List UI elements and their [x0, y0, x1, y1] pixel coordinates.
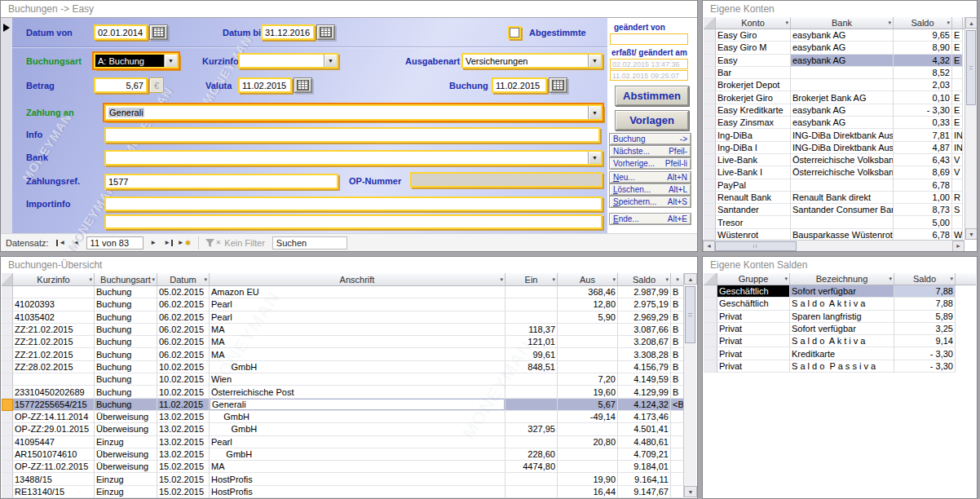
- cell-gruppe[interactable]: Privat: [717, 360, 790, 373]
- cell-aus[interactable]: [558, 348, 618, 360]
- table-row[interactable]: PayPal6,78: [704, 179, 964, 192]
- cell-kurzinfo[interactable]: OP-ZZ:14.11.2014: [13, 411, 95, 423]
- table-row[interactable]: Buchung10.02.2015Wien7,204.149,59B: [2, 373, 683, 386]
- cell-saldo[interactable]: 0,10: [894, 91, 952, 104]
- cell-kurzinfo[interactable]: [13, 286, 95, 298]
- column-header-bank[interactable]: Bank▾: [791, 17, 894, 29]
- cell-saldo[interactable]: 6,78: [894, 229, 952, 240]
- previous-record-button[interactable]: ◄: [68, 236, 84, 250]
- cell-konto[interactable]: Wüstenrot: [716, 229, 791, 240]
- table-row[interactable]: 41095447Einzug13.02.2015Pearl20,804.480,…: [2, 436, 683, 448]
- table-row[interactable]: PrivatS a l d o A k t i v a9,14: [704, 335, 976, 347]
- row-selector[interactable]: [704, 29, 716, 42]
- column-header-saldo[interactable]: Saldo▾: [618, 273, 671, 285]
- cell-code[interactable]: [952, 179, 963, 192]
- cell-saldo[interactable]: 4.173,46: [618, 411, 671, 423]
- row-selector[interactable]: [2, 461, 13, 473]
- cell-code[interactable]: E: [952, 91, 963, 104]
- cell-buchungsart[interactable]: Buchung: [95, 336, 157, 348]
- cell-flag[interactable]: [671, 423, 683, 435]
- table-row[interactable]: Live-BankÖsterreichische Volksbank6,43V: [704, 154, 964, 166]
- cell-bank[interactable]: easybank AG: [791, 29, 894, 42]
- cell-bezeichnung[interactable]: Sofort verfügbar: [790, 323, 894, 335]
- cell-konto[interactable]: Brokerjet Giro: [716, 91, 791, 104]
- cell-flag[interactable]: B: [671, 298, 683, 311]
- cell-flag[interactable]: B: [671, 324, 683, 336]
- table-row[interactable]: Buchung05.02.2015Amazon EU368,462.987,99…: [2, 286, 683, 298]
- table-row[interactable]: 41020393Buchung06.02.2015Pearl12,802.975…: [2, 298, 683, 311]
- cell-flag[interactable]: B: [671, 311, 683, 324]
- filter-status-button[interactable]: ✕ Kein Filter: [205, 238, 265, 248]
- cell-ein[interactable]: [505, 436, 558, 448]
- cell-buchungsart[interactable]: Buchung: [95, 386, 157, 398]
- cell-ein[interactable]: [505, 373, 558, 386]
- cell-datum[interactable]: 15.02.2015: [157, 461, 210, 473]
- table-row[interactable]: PrivatS a l d o P a s s i v a- 3,30: [704, 360, 976, 373]
- cell-saldo[interactable]: 4.501,41: [618, 423, 671, 435]
- table-row[interactable]: SantanderSantander Consumer Bank8,73S: [704, 204, 964, 216]
- row-selector[interactable]: [704, 216, 716, 228]
- row-selector[interactable]: [2, 298, 13, 311]
- cell-bezeichnung[interactable]: S a l d o P a s s i v a: [790, 360, 894, 373]
- cell-ein[interactable]: 848,51: [505, 361, 558, 373]
- cell-anschrift[interactable]: GmbH: [210, 423, 505, 435]
- cell-buchungsart[interactable]: Einzug: [95, 486, 157, 498]
- cell-kurzinfo[interactable]: ZZ:21.02.2015: [13, 336, 95, 348]
- cell-flag[interactable]: [671, 486, 683, 498]
- column-header-saldo[interactable]: Saldo▾: [894, 273, 956, 285]
- cell-bank[interactable]: Österreichische Volksbank: [791, 166, 894, 179]
- select-all-corner[interactable]: [2, 273, 13, 285]
- column-header-ein[interactable]: Ein▾: [505, 273, 558, 285]
- cell-konto[interactable]: Easy Zinsmax: [716, 117, 791, 129]
- cell-aus[interactable]: 5,90: [558, 311, 618, 324]
- cell-saldo[interactable]: 5,00: [894, 216, 952, 228]
- cell-saldo[interactable]: 3,25: [894, 323, 956, 335]
- cell-flag[interactable]: <B: [671, 399, 683, 411]
- cell-buchungsart[interactable]: Buchung: [95, 324, 157, 336]
- cell-saldo[interactable]: 8,90: [894, 42, 952, 54]
- cell-code[interactable]: E: [952, 104, 963, 117]
- row-selector[interactable]: [704, 55, 716, 67]
- cell-ein[interactable]: [505, 399, 558, 411]
- cell-buchungsart[interactable]: Überweisung: [95, 423, 157, 435]
- row-selector[interactable]: [704, 154, 716, 166]
- row-selector[interactable]: [704, 229, 716, 240]
- table-row[interactable]: 13488/15Einzug15.02.2015HostProfis19,909…: [2, 473, 683, 485]
- cell-code[interactable]: E: [952, 29, 963, 42]
- column-header-datum[interactable]: Datum▾: [157, 273, 210, 285]
- last-record-button[interactable]: ►: [161, 236, 177, 250]
- row-selector[interactable]: [704, 142, 716, 154]
- cell-ein[interactable]: 327,95: [505, 423, 558, 435]
- cell-saldo[interactable]: 4,32: [894, 55, 952, 67]
- cell-bank[interactable]: ING-DiBa Direktbank Aust: [791, 129, 894, 141]
- cell-datum[interactable]: 10.02.2015: [157, 386, 210, 398]
- cell-anschrift[interactable]: Pearl: [210, 311, 505, 324]
- record-selector-bar[interactable]: [1, 18, 13, 233]
- valuta-field[interactable]: 11.02.2015: [238, 77, 292, 93]
- row-selector[interactable]: [2, 436, 13, 448]
- cell-saldo[interactable]: 8,73: [894, 204, 952, 216]
- abgestimmte-checkbox[interactable]: [508, 26, 521, 39]
- table-row[interactable]: OP-ZZ:11.02.2015Überweisung15.02.2015MA4…: [2, 461, 683, 473]
- dropdown-arrow-icon[interactable]: ▼: [588, 152, 601, 164]
- cell-saldo[interactable]: 4.124,32: [618, 399, 671, 411]
- cell-saldo[interactable]: 3.087,66: [618, 324, 671, 336]
- ende-button[interactable]: Ende...Alt+E: [609, 213, 691, 225]
- cell-anschrift[interactable]: MA: [210, 336, 505, 348]
- cell-flag[interactable]: B: [671, 336, 683, 348]
- cell-buchungsart[interactable]: Einzug: [95, 436, 157, 448]
- zahlungsref-field[interactable]: 1577: [104, 174, 338, 189]
- cell-anschrift[interactable]: HostProfis: [210, 486, 505, 498]
- buchungsart-combobox[interactable]: A: Buchung ▼: [94, 53, 179, 68]
- cell-datum[interactable]: 10.02.2015: [157, 373, 210, 386]
- cell-bank[interactable]: Österreichische Volksbank: [791, 154, 894, 166]
- cell-konto[interactable]: Santander: [716, 204, 791, 216]
- cell-flag[interactable]: [671, 436, 683, 448]
- table-row[interactable]: OP-ZZ:29.01.2015Überweisung13.02.2015 Gm…: [2, 423, 683, 435]
- datum-bis-field[interactable]: 31.12.2016: [261, 24, 315, 40]
- cell-code[interactable]: R: [952, 192, 963, 204]
- betrag-field[interactable]: 5,67: [94, 77, 148, 93]
- row-selector[interactable]: [704, 117, 716, 129]
- row-selector[interactable]: [704, 298, 717, 310]
- buchung-button[interactable]: Buchung->: [609, 133, 691, 145]
